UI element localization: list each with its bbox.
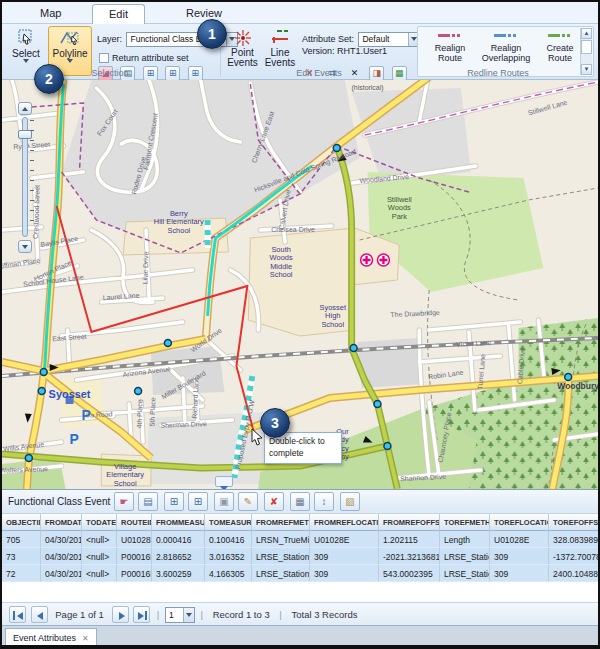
table-cell: 4.166305 xyxy=(205,565,252,582)
zoom-tick xyxy=(30,120,34,121)
column-header[interactable]: OBJECTID xyxy=(2,514,41,531)
bottom-tab-strip: Event Attributes✕ xyxy=(2,625,598,647)
table-cell: LRSE_Stations xyxy=(252,565,310,582)
table-cell: -1372.7007874 xyxy=(549,548,600,565)
last-page-button[interactable] xyxy=(133,606,150,623)
table-cell: Length xyxy=(440,531,490,548)
table-cell: U01028E xyxy=(490,531,549,548)
panel-collapse-button[interactable] xyxy=(215,476,233,487)
table-cell: <null> xyxy=(82,548,117,565)
version-label: Version: RHT1.User1 xyxy=(302,46,387,56)
map-label: Hoffman Place xyxy=(2,257,41,270)
close-icon[interactable]: ✕ xyxy=(82,634,89,643)
table-cell: U01028E xyxy=(310,531,379,548)
column-header[interactable]: FROMDATE xyxy=(41,514,82,531)
tab-edit[interactable]: Edit xyxy=(92,4,145,24)
column-header[interactable]: FROMREFLOCATION xyxy=(310,514,379,531)
table-cell: LRSN_TrueMile xyxy=(252,531,310,548)
scroll-up-icon[interactable]: ▲ xyxy=(581,28,592,39)
table-row[interactable]: 7304/30/2014<null>P00016N2.8186523.01635… xyxy=(2,548,598,565)
layer-label: Layer: xyxy=(97,34,122,44)
realign-overlapping-button[interactable]: Realign Overlapping xyxy=(478,30,534,63)
pagination-bar: Page 1 of 1 | 1 | Record 1 to 3 | Total … xyxy=(2,602,598,626)
record-range-label: Record 1 to 3 xyxy=(213,609,270,620)
table-cell: 72 xyxy=(2,565,41,582)
map-canvas[interactable]: P P (historical)Fox Cou xyxy=(2,80,598,489)
column-header[interactable]: ROUTEID xyxy=(117,514,152,531)
column-header[interactable]: FROMREFMETHOD xyxy=(252,514,310,531)
prev-page-button[interactable] xyxy=(31,606,48,623)
table-cell: 1.202115 xyxy=(379,531,440,548)
panel-title: Functional Class Event xyxy=(8,496,110,507)
table-cell: 3.600259 xyxy=(152,565,205,582)
zoom-tick xyxy=(30,170,34,171)
page-size-dropdown[interactable]: 1 xyxy=(165,607,195,623)
column-header[interactable]: TOMEASURE xyxy=(205,514,252,531)
zoom-out-button[interactable] xyxy=(18,240,32,253)
map-label: Chelsea Drive xyxy=(271,226,315,233)
create-route-button[interactable]: Create Route xyxy=(536,30,584,63)
table-cell: 309 xyxy=(490,548,549,565)
attribute-set-label: Attribute Set: xyxy=(302,34,354,44)
realign-overlapping-label: Realign Overlapping xyxy=(478,43,534,63)
zoom-tick xyxy=(30,150,34,151)
map-label: Ira Road xyxy=(86,410,113,418)
table-cell: P00016N xyxy=(117,548,152,565)
table-cell: LRSE_Stations xyxy=(252,548,310,565)
attribute-window-icon[interactable]: ▤ xyxy=(138,492,158,511)
realign-route-button[interactable]: Realign Route xyxy=(426,30,474,63)
scroll-down-icon[interactable]: ▼ xyxy=(581,64,592,75)
delete-icon[interactable]: ✘ xyxy=(264,492,284,511)
scroll-thumb[interactable] xyxy=(581,40,592,54)
save-icon[interactable]: ▣ xyxy=(214,492,234,511)
edit-events-group-label: Edit Events xyxy=(224,68,414,78)
callout-badge-1: 1 xyxy=(197,19,227,49)
column-header[interactable]: FROMMEASURE xyxy=(152,514,205,531)
table-cell: <null> xyxy=(82,531,117,548)
column-header[interactable]: TOREFOFFSET xyxy=(549,514,600,531)
export-icon[interactable]: ▧ xyxy=(340,492,360,511)
panel-title-bar: Functional Class Event ☛ ▤ ⊞ ⊞ ▣ ✎ ✘ ▦ ↕… xyxy=(2,490,598,514)
callout-badge-2: 2 xyxy=(34,64,64,94)
column-header[interactable]: TODATE xyxy=(82,514,117,531)
table-cell: LRSE_Stations xyxy=(440,565,490,582)
table-icon[interactable]: ▦ xyxy=(290,492,310,511)
tab-event-attributes[interactable]: Event Attributes✕ xyxy=(5,628,97,648)
first-page-button[interactable] xyxy=(9,606,26,623)
zoom-handle[interactable] xyxy=(18,130,32,139)
attribute-set-dropdown[interactable]: Default xyxy=(358,32,420,47)
chevron-down-icon[interactable] xyxy=(183,608,194,622)
column-header[interactable]: FROMREFOFFSET xyxy=(379,514,440,531)
table-cell: 2400.1048819 xyxy=(549,565,600,582)
map-label: Victor Lane xyxy=(456,339,491,348)
zoom-tick xyxy=(30,180,34,181)
next-page-button[interactable] xyxy=(112,606,129,623)
flash-icon[interactable]: ☛ xyxy=(114,492,134,511)
map-graphics: P P (historical)Fox Cou xyxy=(2,80,598,489)
tab-map[interactable]: Map xyxy=(24,4,77,24)
table-cell: -2021.3213681 xyxy=(379,548,440,565)
zoom-in-button[interactable] xyxy=(18,102,32,115)
realign-route-label: Realign Route xyxy=(426,43,474,63)
callout-badge-3: 3 xyxy=(260,408,290,438)
table-cell: 04/30/2014 xyxy=(41,565,82,582)
column-header[interactable]: TOREFMETHOD xyxy=(440,514,490,531)
parking-icon: P xyxy=(70,431,79,447)
table-cell: 328.0839895 xyxy=(549,531,600,548)
redline-scrollbar[interactable]: ▲ ▼ xyxy=(580,28,592,75)
table-cell: 0.000416 xyxy=(152,531,205,548)
edit-icon[interactable]: ✎ xyxy=(238,492,258,511)
pan-to-icon[interactable]: ⊞ xyxy=(188,492,208,511)
zoom-slider[interactable] xyxy=(16,102,34,254)
column-header[interactable]: TOREFLOCATION xyxy=(490,514,549,531)
map-label: East Street xyxy=(52,333,87,342)
map-label: Syosset xyxy=(49,388,91,400)
realign-overlapping-icon xyxy=(494,30,518,40)
zoom-to-icon[interactable]: ⊞ xyxy=(164,492,184,511)
table-row[interactable]: 7204/30/2014<null>P00016N3.6002594.16630… xyxy=(2,565,598,582)
table-row[interactable]: 70504/30/2014<null>U01028E0.0004160.1004… xyxy=(2,531,598,548)
sort-icon[interactable]: ↕ xyxy=(314,492,334,511)
map-label: 5th Place xyxy=(148,397,156,427)
table-header: OBJECTIDFROMDATETODATEROUTEIDFROMMEASURE… xyxy=(2,514,598,531)
table-cell: 543.0002395 xyxy=(379,565,440,582)
